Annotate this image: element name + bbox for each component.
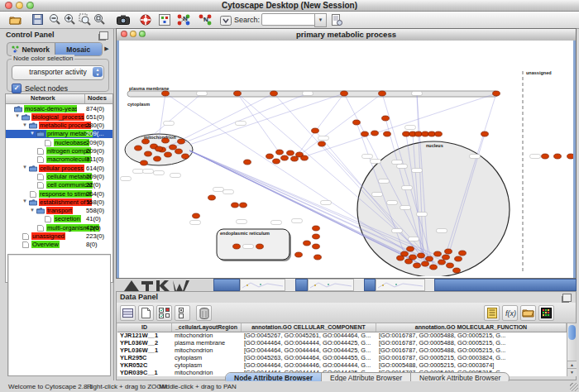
tree-row[interactable]: nucleobase-209(0) bbox=[6, 138, 112, 146]
network-from-table-icon[interactable] bbox=[218, 12, 233, 26]
tree-row-label[interactable]: nucleobase- bbox=[54, 139, 89, 146]
expander-icon[interactable]: ▼ bbox=[22, 198, 27, 203]
tree-row[interactable]: ▼biological_process651(0) bbox=[6, 112, 112, 121]
network-leaf-icon bbox=[44, 216, 52, 222]
tree-row[interactable]: multi-organism pro42(0) bbox=[6, 223, 112, 232]
gene-node bbox=[428, 131, 436, 136]
tree-row-label[interactable]: establishment of lo bbox=[39, 198, 92, 206]
network-window-titlebar[interactable]: primary metabolic process bbox=[117, 29, 576, 41]
tree-row-label[interactable]: Overview bbox=[31, 241, 60, 248]
tree-row[interactable]: ▼primary metabol209(... bbox=[6, 130, 112, 138]
tab-network[interactable]: Network bbox=[7, 43, 55, 55]
network-graph[interactable]: plasma membranecytoplasmnucleusmitochond… bbox=[119, 41, 573, 276]
zoom-selected-region-icon[interactable] bbox=[77, 12, 92, 26]
tree-row-label[interactable]: biological_process bbox=[31, 113, 84, 121]
column-header[interactable]: ID bbox=[117, 323, 172, 332]
background-window-fragment bbox=[285, 279, 295, 291]
tree-row-node-count: 223(0) bbox=[86, 232, 104, 240]
column-header[interactable]: annotation.GO MOLECULAR_FUNCTION bbox=[376, 323, 567, 332]
import-attributes-icon[interactable] bbox=[520, 305, 536, 321]
tree-row[interactable]: unassigned223(0) bbox=[6, 232, 112, 241]
tree-header-nodes[interactable]: Nodes bbox=[88, 94, 107, 102]
expander-icon[interactable]: ▼ bbox=[15, 113, 20, 118]
tree-row[interactable]: macromolecule311(0) bbox=[6, 155, 112, 164]
tree-row[interactable]: ▼transport558(0) bbox=[6, 207, 112, 215]
tree-row[interactable]: ▼cellular process614(0) bbox=[6, 164, 112, 172]
unified-attributes-icon[interactable] bbox=[175, 305, 190, 321]
attribute-table-icon[interactable] bbox=[120, 305, 136, 321]
birds-eye-view[interactable] bbox=[7, 254, 111, 376]
tree-row-label[interactable]: secretion bbox=[54, 215, 81, 222]
help-icon[interactable] bbox=[138, 12, 153, 26]
zoom-fit-icon[interactable] bbox=[92, 12, 107, 26]
search-options-icon[interactable] bbox=[329, 12, 344, 26]
expander-icon[interactable]: ▼ bbox=[30, 131, 35, 136]
expander-icon[interactable]: ▼ bbox=[22, 165, 27, 170]
tree-row[interactable]: ▼establishment of lo558(0) bbox=[6, 198, 112, 206]
tree-row[interactable]: response to stimul264(0) bbox=[6, 189, 112, 198]
network-canvas[interactable]: plasma membranecytoplasmnucleusmitochond… bbox=[117, 41, 576, 278]
expander-icon[interactable]: ▼ bbox=[22, 122, 27, 127]
new-network-selected-edges-icon[interactable]: N bbox=[197, 12, 215, 26]
float-panel-icon[interactable] bbox=[99, 31, 108, 40]
tree-row-label[interactable]: unassigned bbox=[31, 232, 65, 240]
tree-row[interactable]: mosaic-demo-yeast874(0) bbox=[6, 104, 112, 112]
scrollbar-thumb[interactable] bbox=[568, 325, 576, 340]
gene-node bbox=[447, 263, 454, 268]
tab-mosaic[interactable]: Mosaic bbox=[55, 43, 103, 55]
zoom-out-icon[interactable] bbox=[47, 12, 62, 26]
scroll-down-icon[interactable]: ▼ bbox=[567, 368, 577, 376]
background-window-glyphs bbox=[120, 279, 211, 291]
delete-attribute-icon[interactable] bbox=[196, 305, 212, 321]
table-row[interactable]: YPL036W__2plasma membrane[GO:0044464, GO… bbox=[117, 339, 567, 347]
tree-row-label[interactable]: nitrogen compo bbox=[46, 147, 91, 155]
color-attribute-dropdown[interactable]: transporter activity ▲▼ bbox=[12, 65, 104, 80]
tree-row-label[interactable]: metabolic process bbox=[39, 122, 91, 129]
search-dropdown-icon[interactable]: ▼ bbox=[314, 13, 327, 27]
node-label-pill bbox=[405, 126, 416, 130]
tabs-overflow-icon[interactable]: ▶ bbox=[103, 42, 111, 55]
label-mapping-icon[interactable] bbox=[484, 305, 500, 321]
select-attributes-icon[interactable] bbox=[156, 305, 172, 321]
tree-row[interactable]: nitrogen compo209(0) bbox=[6, 147, 112, 155]
tree-row[interactable]: ▼metabolic process280(0) bbox=[6, 122, 112, 130]
tree-row-label[interactable]: response to stimul bbox=[39, 190, 92, 198]
tree-row-label[interactable]: macromolecule bbox=[46, 155, 91, 163]
network-snapshot-icon[interactable] bbox=[116, 12, 131, 26]
gene-node bbox=[175, 149, 183, 154]
annotation-icon[interactable] bbox=[157, 12, 172, 26]
select-nodes-checkbox[interactable]: ✓ bbox=[12, 84, 22, 93]
tree-row-node-count: 558(0) bbox=[86, 198, 104, 206]
float-data-panel-icon[interactable] bbox=[562, 294, 572, 302]
table-row[interactable]: YLR295Ccytoplasm[GO:0045263, GO:0044464,… bbox=[117, 354, 567, 361]
table-scrollbar[interactable]: ▲ ▼ bbox=[567, 323, 577, 376]
tree-row[interactable]: cell communicat22(0) bbox=[6, 181, 112, 189]
tree-row-label[interactable]: mosaic-demo-yeast bbox=[24, 105, 77, 112]
expander-icon[interactable]: ▼ bbox=[30, 208, 35, 213]
gene-node bbox=[178, 139, 185, 144]
resize-grip[interactable] bbox=[570, 383, 578, 391]
table-row[interactable]: YKR052Ccytoplasm[GO:0044464, GO:0044446,… bbox=[117, 361, 567, 369]
tree-header-network[interactable]: Network bbox=[31, 94, 55, 102]
column-header[interactable]: _cellularLayoutRegion bbox=[172, 323, 242, 332]
new-attribute-icon[interactable] bbox=[138, 305, 154, 321]
column-header[interactable]: annotation.GO CELLULAR_COMPONENT bbox=[242, 323, 376, 332]
tree-row-label[interactable]: cellular process bbox=[39, 165, 84, 172]
tree-row-node-count: 209(0) bbox=[86, 173, 104, 180]
open-file-icon[interactable] bbox=[7, 12, 22, 26]
new-network-all-edges-icon[interactable]: N bbox=[175, 12, 194, 26]
tree-row-label[interactable]: transport bbox=[46, 207, 73, 214]
tree-row[interactable]: secretion41(0) bbox=[6, 215, 112, 223]
tree-row[interactable]: cellular metabol209(0) bbox=[6, 172, 112, 180]
save-icon[interactable] bbox=[30, 12, 45, 26]
table-row[interactable]: YPL036W__1mitochondrion[GO:0044464, GO:0… bbox=[117, 347, 567, 354]
attribute-matrix-icon[interactable] bbox=[538, 305, 554, 321]
tree-row-label[interactable]: cellular metabol bbox=[46, 173, 92, 180]
tree-row[interactable]: Overview8(0) bbox=[6, 241, 112, 249]
table-cell: [GO:0045263, GO:0044464, GO:0044455, G..… bbox=[242, 354, 376, 361]
search-input[interactable] bbox=[261, 13, 318, 26]
node-label-pill bbox=[236, 122, 246, 126]
table-row[interactable]: YJR121W__1mitochondrion[GO:0045267, GO:0… bbox=[117, 332, 567, 339]
formula-builder-icon[interactable]: f(x) bbox=[502, 305, 518, 321]
zoom-in-icon[interactable] bbox=[62, 12, 77, 26]
